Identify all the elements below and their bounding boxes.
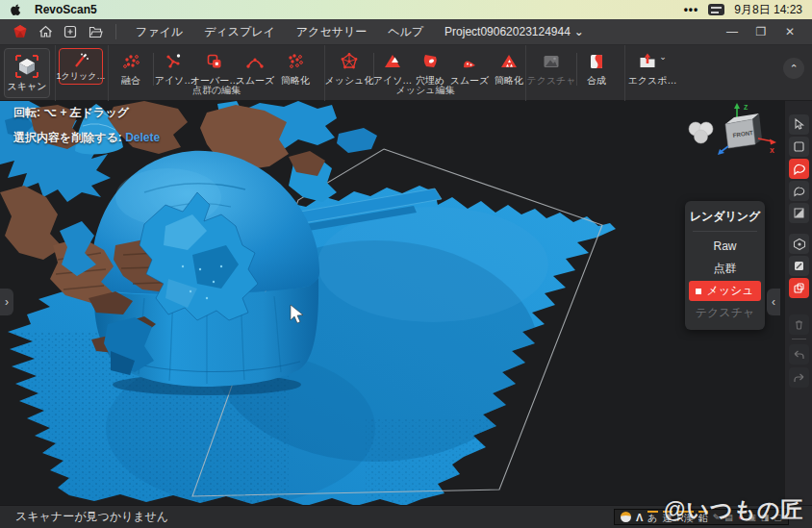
redo-button[interactable] (789, 367, 809, 388)
show-selection-button[interactable] (789, 278, 809, 298)
rendering-panel: レンダリング Raw 点群 メッシュ テクスチャ (685, 201, 765, 330)
hole-fill-button[interactable]: 穴埋め (411, 45, 449, 88)
group-label-pointcloud: 点群の編集 (109, 84, 324, 97)
restore-button[interactable]: ❐ (749, 25, 774, 38)
isolation-mesh-icon (383, 52, 402, 71)
menubar-app-name[interactable]: RevoScan5 (35, 3, 97, 16)
render-mode-raw[interactable]: Raw (685, 236, 765, 258)
texture-image-icon (542, 52, 561, 71)
simplify-pc-button[interactable]: 簡略化 (275, 45, 316, 88)
scene-canvas: Z FRONT X (0, 101, 784, 505)
delete-selection-button[interactable] (789, 314, 809, 335)
redo-icon (793, 372, 805, 384)
scan-cube-icon (14, 54, 39, 79)
left-panel-expand-handle[interactable]: › (0, 289, 13, 315)
trash-icon (793, 318, 805, 331)
home-icon[interactable] (35, 23, 56, 40)
overlap-button[interactable]: オーバー… (194, 45, 235, 88)
render-mode-pointcloud[interactable]: 点群 (685, 258, 765, 280)
smooth-pc-button[interactable]: スムーズ (235, 45, 275, 88)
composite-button[interactable]: 合成 (577, 45, 616, 88)
rect-select-button[interactable] (789, 137, 809, 157)
menu-help[interactable]: ヘルプ (388, 24, 423, 40)
titlebar-separator (115, 24, 116, 39)
smooth-curve-icon (245, 52, 265, 71)
isolation-pc-button[interactable]: アイソ… (154, 45, 194, 88)
hole-fill-icon (420, 52, 440, 71)
menubar-more-icon[interactable]: ••• (684, 3, 699, 16)
revoscan-window: RevoScan5 ••• 9月8日 14:23 ファイル ディスプレイ アクセ… (0, 0, 812, 528)
ellipse-lasso-button[interactable] (789, 181, 809, 201)
ime-mode-hiragana[interactable]: あ (647, 511, 657, 523)
selected-bullet-icon (696, 289, 701, 294)
undo-button[interactable] (789, 344, 809, 365)
menu-accessory[interactable]: アクセサリー (296, 24, 367, 40)
fusion-button[interactable]: 融合 (109, 45, 153, 88)
smooth-mesh-button[interactable]: スムーズ (449, 45, 490, 88)
toolbar-collapse-button[interactable]: ⌃ (783, 58, 804, 79)
isolation-points-icon (165, 52, 184, 71)
invert-selection-button[interactable] (789, 203, 809, 223)
mesh-section: メッシュ化 アイソ… 穴埋め (325, 45, 525, 100)
render-mode-mesh[interactable]: メッシュ (689, 281, 761, 301)
selection-tool-sidebar (784, 101, 812, 505)
right-panel-collapse-handle[interactable]: ‹ (767, 289, 780, 315)
simplify-points-icon (286, 52, 305, 71)
meshify-button[interactable]: メッシュ化 (325, 45, 373, 88)
apple-menu-icon[interactable] (10, 3, 21, 16)
window-controls: — ❐ ✕ (720, 25, 802, 38)
menu-file[interactable]: ファイル (136, 24, 183, 40)
export-chevron-icon[interactable]: ⌄ (659, 52, 667, 62)
one-click-section: 1クリック… (56, 45, 108, 100)
overlap-icon (205, 52, 224, 71)
watermark-text: @いつもの匠 (664, 495, 804, 525)
panel-divider (693, 231, 757, 232)
select-all-icon (793, 238, 806, 251)
group-label-mesh: メッシュ編集 (325, 84, 525, 97)
simplify-mesh-button[interactable]: 簡略化 (490, 45, 528, 88)
new-project-icon[interactable] (60, 23, 81, 40)
select-cursor-button[interactable] (789, 114, 809, 135)
paint-select-icon (793, 260, 805, 272)
select-all-button[interactable] (789, 234, 809, 254)
paint-select-button[interactable] (789, 256, 809, 276)
chevron-down-icon: ⌄ (574, 25, 584, 38)
texture-button[interactable]: テクスチャ (526, 45, 576, 88)
ime-pen-icon[interactable]: Λ (636, 512, 643, 523)
open-project-icon[interactable] (85, 23, 106, 40)
hint-delete: 選択内容を削除する: Delete (13, 130, 160, 146)
isolation-mesh-button[interactable]: アイソ… (374, 45, 411, 88)
project-selector[interactable]: Project09062023124944 ⌄ (444, 25, 584, 38)
rect-select-icon (793, 140, 805, 153)
axis-z-label: Z (744, 104, 749, 111)
app-menus: ファイル ディスプレイ アクセサリー ヘルプ (136, 24, 423, 40)
main-toolbar: スキャン 1クリック… (0, 45, 812, 101)
one-click-button[interactable]: 1クリック… (59, 48, 103, 85)
meshify-icon (340, 52, 359, 71)
close-button[interactable]: ✕ (777, 25, 802, 38)
menu-display[interactable]: ディスプレイ (204, 24, 275, 40)
cursor-arrow-icon (793, 118, 805, 131)
lasso-select-button[interactable] (789, 159, 809, 179)
composite-icon (587, 52, 606, 71)
minimize-button[interactable]: — (720, 25, 745, 38)
project-name: Project09062023124944 (444, 25, 571, 38)
sidebar-separator (792, 339, 806, 339)
scan-section: スキャン (0, 45, 55, 100)
export-section: ⌄ エクスポ… (625, 45, 693, 100)
fusion-icon (121, 52, 140, 71)
menubar-clock[interactable]: 9月8日 14:23 (734, 2, 802, 18)
input-source-icon[interactable] (708, 4, 724, 15)
pointcloud-section: 融合 アイソ… オーバー… (109, 45, 324, 100)
render-mode-texture[interactable]: テクスチャ (685, 302, 765, 324)
macos-menubar: RevoScan5 ••• 9月8日 14:23 (0, 0, 812, 19)
export-button[interactable]: ⌄ エクスポ… (625, 45, 679, 88)
undo-icon (793, 349, 805, 361)
scan-button[interactable]: スキャン (4, 48, 50, 98)
invert-selection-icon (793, 207, 805, 219)
smooth-mesh-icon (460, 52, 479, 71)
scan-viewport[interactable]: Z FRONT X 回転: ⌥ + 左ドラッグ 選択内容を削除する: Delet… (0, 101, 784, 505)
simplify-mesh-icon (499, 52, 519, 71)
one-click-label: 1クリック… (57, 70, 106, 83)
ime-palette-icon[interactable] (621, 512, 631, 522)
